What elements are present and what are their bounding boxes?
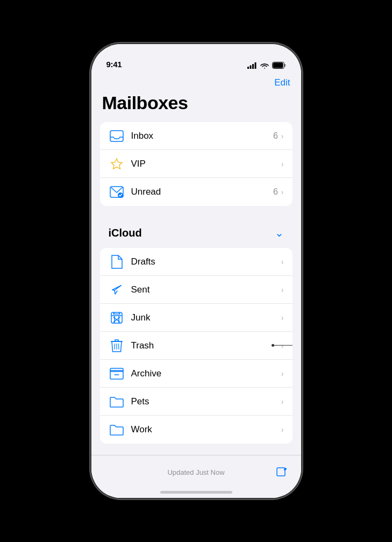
svg-rect-2 xyxy=(252,64,254,69)
junk-chevron: › xyxy=(281,313,284,322)
sent-item[interactable]: Sent › xyxy=(100,276,293,304)
svg-rect-26 xyxy=(277,468,285,476)
unread-label: Unread xyxy=(131,187,273,197)
header: Edit xyxy=(91,73,301,90)
unread-item[interactable]: Unread 6 › xyxy=(100,178,293,206)
svg-rect-6 xyxy=(273,63,283,68)
vip-icon xyxy=(109,156,125,172)
work-label: Work xyxy=(131,424,281,435)
unread-icon xyxy=(109,184,125,200)
inbox-label: Inbox xyxy=(131,131,273,141)
wifi-icon xyxy=(260,62,269,69)
icloud-title: iCloud xyxy=(109,227,142,239)
unread-chevron: › xyxy=(281,188,284,196)
svg-rect-1 xyxy=(250,65,251,69)
icloud-section: Drafts › Sent › xyxy=(100,248,293,444)
archive-icon xyxy=(109,366,125,382)
status-icons xyxy=(247,62,286,69)
icloud-collapse-icon: ⌄ xyxy=(275,226,284,239)
svg-rect-5 xyxy=(284,64,286,67)
battery-icon xyxy=(272,62,286,69)
unread-badge: 6 xyxy=(273,187,278,197)
pets-label: Pets xyxy=(131,396,281,407)
vip-item[interactable]: VIP › xyxy=(100,150,293,178)
pets-chevron: › xyxy=(281,397,284,406)
drafts-label: Drafts xyxy=(131,256,281,267)
signal-icon xyxy=(247,62,257,69)
pets-item[interactable]: Pets › xyxy=(100,388,293,416)
svg-line-20 xyxy=(115,344,115,350)
inbox-chevron: › xyxy=(281,132,284,140)
junk-item[interactable]: Junk › xyxy=(100,304,293,332)
drafts-chevron: › xyxy=(281,258,284,266)
edit-button[interactable]: Edit xyxy=(274,77,290,88)
trash-icon xyxy=(109,338,125,354)
inbox-item[interactable]: Inbox 6 › xyxy=(100,122,293,150)
inbox-badge: 6 xyxy=(273,131,278,141)
work-chevron: › xyxy=(281,425,284,434)
junk-label: Junk xyxy=(131,312,281,323)
svg-rect-7 xyxy=(110,131,123,141)
page-title: Mailboxes xyxy=(91,90,301,122)
main-content: Edit Mailboxes Inbox 6 › xyxy=(91,73,301,498)
status-bar: 9:41 xyxy=(91,44,301,73)
updated-status: Updated Just Now xyxy=(91,468,301,476)
work-item[interactable]: Work › xyxy=(100,416,293,444)
svg-rect-0 xyxy=(247,67,249,69)
archive-item[interactable]: Archive › xyxy=(100,360,293,388)
archive-label: Archive xyxy=(131,368,281,379)
pets-folder-icon xyxy=(109,394,125,410)
sent-label: Sent xyxy=(131,284,281,295)
drafts-item[interactable]: Drafts › xyxy=(100,248,293,276)
inbox-icon xyxy=(109,128,125,144)
vip-label: VIP xyxy=(131,159,281,169)
smart-mailboxes-section: Inbox 6 › VIP › xyxy=(100,122,293,206)
junk-icon xyxy=(109,310,125,326)
callout-line xyxy=(273,345,293,346)
home-indicator xyxy=(160,491,232,494)
trash-item[interactable]: Trash › Tryk for at se e-mails, der er s… xyxy=(100,332,293,360)
icloud-header[interactable]: iCloud ⌄ xyxy=(100,221,293,244)
trash-label: Trash xyxy=(131,340,281,351)
sent-icon xyxy=(109,282,125,298)
callout-annotation: Tryk for at se e-mails, der er slettet f… xyxy=(273,331,293,360)
compose-button[interactable] xyxy=(275,466,288,479)
sent-chevron: › xyxy=(281,286,284,294)
drafts-icon xyxy=(109,254,125,270)
archive-chevron: › xyxy=(281,369,284,378)
work-folder-icon xyxy=(109,422,125,438)
phone-frame: 9:41 xyxy=(91,44,301,498)
status-time: 9:41 xyxy=(106,60,122,69)
svg-line-22 xyxy=(118,344,119,350)
vip-chevron: › xyxy=(281,160,284,168)
svg-rect-24 xyxy=(110,368,123,372)
svg-rect-3 xyxy=(254,62,256,69)
